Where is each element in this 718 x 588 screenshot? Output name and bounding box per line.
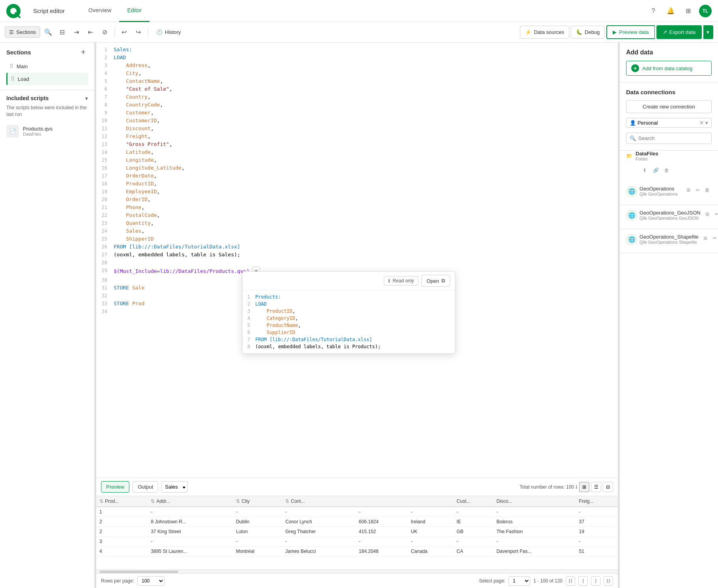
section-item-load[interactable]: ⠿ Load 🗑 — [6, 73, 88, 85]
history-btn[interactable]: 🕐 History — [151, 27, 185, 37]
toggle-line-numbers-btn[interactable]: ⊟ — [56, 26, 69, 39]
notifications-icon-btn[interactable]: 🔔 — [664, 5, 677, 17]
folder-icon: 📁 — [626, 153, 632, 159]
main-toolbar: ☰ Sections 🔍 ⊟ ⇥ ⇤ ⊘ ↩ ↪ 🕐 History ⚡ Dat… — [0, 22, 718, 43]
preview-data-btn[interactable]: ▶ Preview data — [606, 25, 654, 39]
code-line-5: 5 ContactName, — [96, 77, 618, 85]
datafiles-section: 📁 DataFiles Folder ⬆ 🔗 🗑 — [620, 151, 718, 181]
help-btn[interactable]: ⊘ — [99, 26, 111, 39]
code-line-10: 10 CustomerID, — [96, 117, 618, 125]
collapse-included-btn[interactable]: ▾ — [85, 95, 88, 101]
add-section-btn[interactable]: + — [79, 47, 88, 57]
prev-page-btn[interactable]: ⟨ — [578, 576, 588, 586]
geooperations-copy-btn[interactable]: ⊞ — [684, 186, 693, 194]
horizontal-scrollbar[interactable] — [96, 569, 618, 573]
first-page-btn[interactable]: ⟨⟨ — [566, 576, 575, 586]
page-range-label: 1 - 100 of 120 — [533, 578, 563, 584]
shapefile-edit-btn[interactable]: ✏ — [711, 234, 718, 243]
toolbar-separator-1 — [114, 28, 115, 37]
code-editor[interactable]: 1Sales: 2LOAD 3 Address, 4 City, 5 Conta… — [96, 43, 618, 478]
help-icon: ? — [652, 7, 655, 15]
table-grid-view-btn[interactable]: ⊞ — [579, 482, 589, 492]
table-row: 4 3895 St Lauren... Montréal James Beluc… — [96, 547, 618, 556]
sales-select[interactable]: Sales — [161, 481, 188, 493]
connections-search-input[interactable] — [638, 135, 708, 141]
add-from-catalog-btn[interactable]: + Add from data catalog — [626, 61, 712, 76]
section-label-load: Load — [18, 76, 76, 82]
open-external-icon: ⧉ — [441, 278, 445, 284]
datafiles-upload-btn[interactable]: ⬆ — [640, 166, 649, 175]
undo-btn[interactable]: ↩ — [118, 26, 131, 39]
code-line-1: 1Sales: — [96, 46, 618, 54]
preview-tab-btn[interactable]: Preview — [101, 481, 129, 493]
left-panel: Sections + ⠿ Main ⠿ Load 🗑 Included scri… — [0, 43, 95, 588]
connections-search[interactable]: 🔍 — [626, 133, 712, 144]
tab-overview[interactable]: Overview — [80, 0, 119, 22]
add-data-section: Add data + Add from data catalog — [620, 43, 718, 82]
geooperations-globe-icon: 🌐 — [626, 186, 637, 197]
indent-btn[interactable]: ⇥ — [70, 26, 83, 39]
top-navigation: Script editor Overview Editor ? 🔔 ⊞ TL — [0, 0, 718, 22]
redo-btn[interactable]: ↪ — [132, 26, 145, 39]
grid-icon-btn[interactable]: ⊞ — [682, 5, 694, 17]
geojson-edit-btn[interactable]: ✏ — [712, 210, 718, 218]
search-btn[interactable]: 🔍 — [42, 26, 54, 39]
indent-icon: ⇥ — [74, 28, 79, 36]
debug-btn[interactable]: 🐛 Debug — [571, 26, 605, 39]
export-dropdown-btn[interactable]: ▾ — [703, 25, 713, 39]
code-line-28: 28 — [96, 259, 618, 267]
col-header-6 — [408, 496, 453, 507]
last-page-btn[interactable]: ⟩⟩ — [604, 576, 613, 586]
output-tab-btn[interactable]: Output — [133, 481, 158, 493]
geooperations-delete-btn[interactable]: 🗑 — [703, 186, 712, 194]
qlik-logo[interactable] — [6, 4, 27, 18]
open-btn[interactable]: Open ⧉ — [421, 275, 450, 287]
script-item-products: 📄 Products.qvs DataFiles — [6, 123, 88, 140]
geooperations-shapefile-section: 🌐 GeoOperations_Shapefile Qlik GeoOperat… — [620, 229, 718, 253]
geooperations-actions: ⊞ ✏ 🗑 — [684, 186, 712, 194]
script-info: Products.qvs DataFiles — [23, 126, 88, 136]
bottom-toolbar: Preview Output Sales ▾ Total number of r… — [96, 478, 618, 496]
rows-per-page-select[interactable]: 100 — [137, 576, 165, 586]
undo-redo-group: ↩ ↪ — [118, 26, 145, 39]
datafiles-connect-btn[interactable]: 🔗 — [651, 166, 660, 175]
filter-chevron-icon[interactable]: ▾ — [705, 120, 708, 126]
sales-select-wrapper: Sales ▾ — [161, 481, 188, 493]
read-only-badge: ℹ Read only — [384, 276, 418, 286]
table-list-view-btn[interactable]: ☰ — [591, 482, 601, 492]
col-header-disco: Disco... — [493, 496, 576, 507]
section-item-main[interactable]: ⠿ Main — [6, 60, 88, 73]
select-page-select[interactable]: 1 — [509, 576, 530, 586]
data-sources-btn[interactable]: ⚡ Data sources — [520, 26, 569, 39]
add-data-title: Add data — [626, 49, 712, 56]
geojson-globe-icon: 🌐 — [626, 210, 637, 221]
geojson-copy-btn[interactable]: ⊞ — [703, 210, 712, 218]
sections-toggle-btn[interactable]: ☰ Sections — [5, 26, 40, 38]
info-icon: ℹ — [388, 278, 390, 284]
script-file-icon: 📄 — [6, 125, 19, 138]
datafiles-delete-btn[interactable]: 🗑 — [662, 166, 671, 175]
code-line-13: 13 "Gross Profit", — [96, 140, 618, 148]
geooperations-shapefile-item: 🌐 GeoOperations_Shapefile Qlik GeoOperat… — [626, 232, 712, 246]
code-line-18: 18 ProductID, — [96, 180, 618, 188]
popup-line-8: 8 (ooxml, embedded labels, table is Prod… — [247, 343, 450, 350]
code-line-7: 7 Country, — [96, 93, 618, 101]
table-chart-view-btn[interactable]: ⊟ — [603, 482, 613, 492]
help-icon-btn[interactable]: ? — [647, 5, 660, 17]
geooperations-edit-btn[interactable]: ✏ — [694, 186, 702, 194]
script-path: DataFiles — [23, 132, 88, 136]
outdent-btn[interactable]: ⇤ — [84, 26, 97, 39]
geojson-actions: ⊞ ✏ 🗑 — [703, 210, 718, 218]
datafiles-name: DataFiles — [636, 151, 658, 157]
code-line-12: 12 Freight, — [96, 133, 618, 140]
filter-clear-icon[interactable]: ✕ — [699, 120, 704, 126]
code-line-26: 26FROM [lib://:DataFiles/TutorialData.xl… — [96, 243, 618, 251]
avatar[interactable]: TL — [699, 5, 712, 17]
next-page-btn[interactable]: ⟩ — [591, 576, 600, 586]
create-connection-btn[interactable]: Create new connection — [626, 100, 712, 113]
tab-editor[interactable]: Editor — [119, 0, 150, 22]
export-data-btn[interactable]: ↗ Export data — [656, 25, 702, 39]
grid-icon: ⊞ — [686, 7, 691, 15]
popup-line-7: 7 FROM [lib://:DataFiles/TutorialData.xl… — [247, 336, 450, 343]
shapefile-copy-btn[interactable]: ⊞ — [701, 234, 710, 243]
